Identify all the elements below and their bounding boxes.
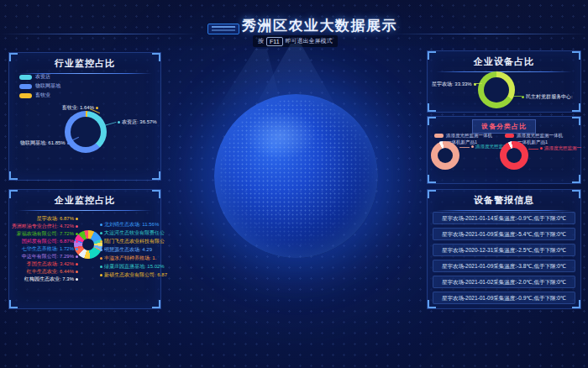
- chart-callout: 温湿度光照监测一: [540, 145, 581, 151]
- panel-industry-monitor: 行业监控占比 农资店 物联网基地 畜牧业 畜牧业: 1.64% 农资店: 36.…: [8, 52, 161, 181]
- panel-title: 行业监控占比: [9, 57, 160, 70]
- callout-label: 畜牧业: 1.64%: [62, 104, 94, 112]
- f11-key-badge: F11: [266, 37, 283, 46]
- callout-label: 民主村党群服务中心:: [526, 93, 573, 101]
- callout-dot: [540, 147, 543, 150]
- callout-label: 温湿度光照监测一: [544, 145, 581, 151]
- legend-label: 温湿度光照监测一体机: [517, 133, 563, 139]
- legend-label: 温湿度光照监测一体机: [446, 133, 492, 139]
- title-underline: [18, 210, 152, 211]
- callout-label: 国邦发有限公司: 6.87%: [22, 238, 74, 245]
- legend-item[interactable]: 畜牧业: [19, 92, 50, 99]
- chart-callout: 红丰生态农业: 6.44%: [27, 268, 78, 276]
- chart-callout: 丰溢水产特种养殖场: 1.: [100, 255, 156, 262]
- globe: [214, 94, 378, 258]
- legend-item[interactable]: 物联网基地: [19, 82, 60, 90]
- callout-label: 星宇农场: 6.87%: [37, 215, 74, 223]
- alarm-row: 星宇农场-2021-01-09采集温度:-5.4℃,低于下限:0℃: [433, 228, 575, 240]
- device-donut-chart[interactable]: [478, 71, 515, 108]
- callout-dot: [522, 96, 524, 98]
- panel-title: 企业监控占比: [9, 194, 160, 207]
- title-underline: [436, 210, 572, 211]
- hint-prefix: 按: [258, 37, 264, 45]
- title-underline: [436, 71, 572, 72]
- callout-dot: [76, 271, 78, 273]
- callout-label: 绿康庄园直播基地: 15.02%: [104, 263, 165, 271]
- legend-item[interactable]: 温湿度光照监测一体机: [434, 133, 492, 139]
- panel-enterprise-monitor: 企业监控占比 星宇农场: 6.87% 秀洲粮油专业合作社: 4.72% 家福农场…: [8, 189, 161, 309]
- panel-device-category: 设备分类占比 温湿度光照监测一体机 一体机新产品1 温湿度光照监测一 温湿度光照…: [427, 116, 581, 184]
- panel-title: 设备分类占比: [472, 119, 536, 134]
- callout-dot: [100, 223, 102, 226]
- chart-callout: 明慧源生态农场: 4.29: [100, 246, 152, 254]
- category-donut-right[interactable]: [500, 141, 528, 170]
- callout-dot: [76, 255, 78, 258]
- leader-line: [459, 147, 470, 148]
- fullscreen-hint: 按 F11 即可退出全屏模式: [253, 35, 338, 47]
- page-title: 秀洲区农业大数据展示: [242, 16, 397, 35]
- callout-dot: [96, 107, 98, 109]
- callout-dot: [76, 233, 78, 235]
- panel-title: 企业设备占比: [428, 55, 580, 68]
- callout-dot: [76, 225, 78, 228]
- callout-dot: [100, 249, 102, 251]
- legend-label: 畜牧业: [35, 92, 50, 99]
- callout-label: 秀洲粮油专业合作社: 4.72%: [12, 223, 74, 230]
- legend-item[interactable]: 温湿度光照监测一体机: [505, 133, 563, 139]
- chart-callout: 星宇农场: 33.33%: [432, 81, 476, 88]
- logo-icon: [207, 24, 239, 34]
- callout-label: 新硕生态农业有限公司: 6.87: [104, 271, 167, 279]
- chart-callout: 北刘锦生态农场: 11.56%: [100, 221, 159, 229]
- chart-callout: 秀洲粮油专业合作社: 4.72%: [12, 223, 78, 230]
- callout-dot: [100, 240, 102, 243]
- callout-label: 物联网基地: 61.85%: [20, 139, 66, 147]
- callout-label: 农资店: 36.57%: [122, 118, 157, 126]
- alarm-row: 星宇农场-2021-01-02采集温度:-2.0℃,低于下限:0℃: [433, 276, 575, 288]
- chart-callout: 家福农场有限公司: 7.72%: [17, 230, 78, 238]
- callout-label: 星宇农场: 33.33%: [432, 81, 472, 88]
- legend-swatch: [19, 84, 32, 89]
- callout-dot: [76, 278, 78, 281]
- legend-swatch: [19, 75, 32, 80]
- category-donut-left[interactable]: [431, 141, 459, 170]
- chart-callout: 物联网基地: 61.85%: [20, 139, 70, 147]
- leader-line: [104, 122, 117, 126]
- chart-callout: 七华生态养殖场: 1.72%: [22, 245, 78, 253]
- callout-dot: [67, 142, 70, 145]
- callout-label: 红丰生态农业: 6.44%: [27, 268, 74, 276]
- leader-line: [528, 149, 538, 150]
- callout-dot: [100, 274, 102, 276]
- alarm-row: 星宇农场-2021-01-14采集温度:-0.9℃,低于下限:0℃: [433, 212, 575, 224]
- header-left-line: [0, 34, 197, 34]
- callout-dot: [471, 145, 474, 148]
- legend-swatch: [505, 134, 514, 138]
- hint-suffix: 即可退出全屏模式: [286, 37, 333, 45]
- chart-callout: 陆门飞生态农业科技有限公: [100, 238, 165, 245]
- chart-callout: 绿康庄园直播基地: 15.02%: [100, 263, 165, 271]
- alarm-row: 星宇农场-2021-01-09采集温度:-3.8℃,低于下限:0℃: [433, 260, 575, 272]
- callout-label: 中达年有限公司: 7.29%: [22, 253, 74, 260]
- legend-label: 农资店: [35, 73, 50, 81]
- chart-callout: 大运河生态牧业有限责任公: [100, 229, 165, 237]
- callout-label: 陆门飞生态农业科技有限公: [104, 238, 165, 245]
- panel-title: 设备警报信息: [428, 194, 580, 207]
- dashboard: 秀洲区农业大数据展示 按 F11 即可退出全屏模式 行业监控占比 农资店 物联网…: [0, 0, 588, 368]
- callout-dot: [76, 218, 78, 220]
- enterprise-donut-chart[interactable]: [74, 230, 102, 259]
- callout-label: 李国生态农场: 3.42%: [27, 260, 74, 268]
- chart-callout: 民主村党群服务中心:: [522, 93, 573, 101]
- callout-label: 家福农场有限公司: 7.72%: [17, 230, 74, 238]
- panel-enterprise-device: 企业设备占比 星宇农场: 33.33% 民主村党群服务中心:: [427, 50, 581, 113]
- industry-donut-chart[interactable]: [65, 111, 107, 153]
- chart-callout: 新硕生态农业有限公司: 6.87: [100, 271, 167, 279]
- callout-label: 北刘锦生态农场: 11.56%: [104, 221, 159, 229]
- legend-swatch: [434, 134, 444, 138]
- globe-dot-map: [219, 99, 373, 253]
- header-right-line: [391, 34, 588, 34]
- callout-label: 丰溢水产特种养殖场: 1.: [104, 255, 156, 262]
- chart-callout: 国邦发有限公司: 6.87%: [22, 238, 78, 245]
- header: 秀洲区农业大数据展示 按 F11 即可退出全屏模式: [0, 0, 588, 46]
- callout-label: 明慧源生态农场: 4.29: [104, 246, 152, 254]
- callout-label: 大运河生态牧业有限责任公: [104, 229, 165, 237]
- legend-item[interactable]: 农资店: [19, 73, 50, 81]
